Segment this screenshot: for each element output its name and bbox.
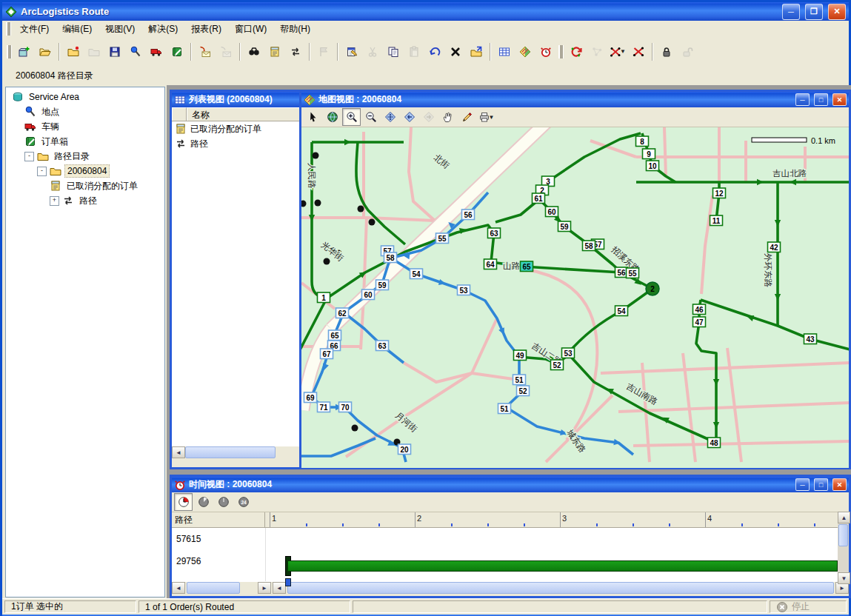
unassigned-stop-dot[interactable] [369, 219, 376, 226]
route-row-label[interactable]: 57615 [172, 528, 265, 550]
scroll-right-icon[interactable]: ► [258, 582, 271, 594]
stop-marker-51[interactable]: 51 [513, 375, 526, 385]
time-tool-scale-half[interactable] [194, 493, 213, 511]
route-row-label[interactable]: 29756 [172, 550, 265, 572]
scroll-down-icon[interactable]: ▼ [838, 572, 850, 584]
time-vertical-scrollbar[interactable]: ▲ ▼ [838, 512, 849, 584]
stop-marker-53[interactable]: 53 [562, 348, 575, 358]
toolbar-grip[interactable] [558, 45, 564, 58]
menu-item[interactable]: 报表(R) [184, 21, 228, 38]
tree-item-20060804[interactable]: -20060804 [6, 164, 164, 178]
time-column-header[interactable]: 路径 [172, 512, 265, 527]
lock-button[interactable] [656, 41, 677, 62]
dropdown-caret-icon[interactable]: ▼ [620, 48, 626, 55]
reroute-button[interactable]: ▼ [607, 41, 628, 62]
tree-item-路径目录[interactable]: -路径目录 [6, 149, 164, 164]
import-orders-button[interactable] [195, 41, 216, 62]
menu-item[interactable]: 编辑(E) [56, 21, 99, 38]
menu-item[interactable]: 文件(F) [13, 21, 56, 38]
scrollbar-thumb[interactable] [185, 446, 276, 458]
scroll-left-icon[interactable]: ◄ [273, 582, 286, 594]
stop-marker-48[interactable]: 48 [708, 438, 721, 448]
route-blue[interactable] [344, 312, 404, 363]
tree-item-路径[interactable]: +路径 [6, 193, 164, 208]
route-blue[interactable] [301, 438, 376, 456]
copy-button[interactable] [383, 41, 404, 62]
stop-marker-59[interactable]: 59 [558, 221, 571, 232]
stop-marker-20[interactable]: 20 [398, 444, 411, 455]
stop-marker-49[interactable]: 49 [514, 350, 527, 361]
list-view-button[interactable] [494, 41, 515, 62]
stop-marker-61[interactable]: 61 [533, 193, 545, 204]
map-tool-print[interactable]: ▼ [477, 108, 495, 126]
map-canvas[interactable]: 北街人民路光华街山路招溪东路吉山北路外环东路吉山二路月河街吉山南路城东路8910… [301, 127, 849, 468]
time-view-button[interactable] [535, 41, 556, 62]
scrollbar-thumb[interactable] [287, 582, 834, 594]
map-tool-full-extent[interactable] [323, 108, 341, 126]
routes-button[interactable] [285, 41, 306, 62]
stop-marker-64[interactable]: 64 [484, 259, 497, 270]
stop-marker-9[interactable]: 9 [643, 149, 655, 159]
dropdown-caret-icon[interactable]: ▼ [489, 114, 495, 121]
scroll-up-icon[interactable]: ▲ [838, 512, 850, 523]
stop-marker-1[interactable]: 1 [318, 292, 330, 303]
stop-marker-10[interactable]: 10 [647, 161, 659, 171]
tree-item-订单箱[interactable]: 订单箱 [6, 134, 164, 149]
stop-marker-63[interactable]: 63 [488, 228, 501, 238]
tree-item-Service Area[interactable]: Service Area [6, 90, 164, 104]
menu-item[interactable]: 视图(V) [99, 21, 141, 38]
open-project-button[interactable] [35, 41, 56, 62]
map-tool-zoom-selection[interactable] [381, 108, 399, 126]
unassigned-stop-dot[interactable] [352, 425, 358, 432]
stop-marker-43[interactable]: 43 [804, 334, 817, 344]
properties-button[interactable] [341, 41, 362, 62]
map-tool-zoom-out[interactable] [361, 108, 380, 126]
route-green[interactable] [701, 300, 849, 349]
scroll-left-icon[interactable]: ◄ [172, 582, 185, 594]
time-tool-scale-quarter[interactable] [174, 493, 193, 511]
stop-marker-52[interactable]: 52 [551, 360, 564, 370]
stop-marker-11[interactable]: 11 [710, 215, 723, 226]
menu-item[interactable]: 解决(S) [141, 21, 184, 38]
depot-marker[interactable]: 2 [646, 282, 659, 295]
stop-marker-59[interactable]: 59 [376, 280, 389, 290]
map-tool-draw[interactable] [458, 108, 476, 126]
stop-marker-42[interactable]: 42 [768, 242, 781, 252]
time-minimize-button[interactable]: ─ [795, 478, 810, 491]
save-button[interactable] [104, 41, 125, 62]
menu-item[interactable]: 帮助(H) [273, 21, 317, 38]
stop-marker-65[interactable]: 65 [329, 330, 341, 341]
list-horizontal-scrollbar[interactable]: ◄ [172, 446, 302, 458]
map-maximize-button[interactable]: □ [814, 93, 828, 106]
unassigned-orders-button[interactable] [264, 41, 285, 62]
unassigned-stop-dot[interactable] [315, 200, 321, 207]
solve-button[interactable] [566, 41, 587, 62]
scroll-left-icon[interactable]: ◄ [172, 446, 185, 458]
unassigned-stop-dot[interactable] [313, 153, 319, 159]
gantt-bar[interactable] [287, 560, 838, 572]
stop-marker-47[interactable]: 47 [693, 317, 706, 327]
vehicles-button[interactable] [146, 41, 167, 62]
unassigned-stop-dot[interactable] [324, 258, 330, 265]
stop-marker-51[interactable]: 51 [498, 404, 511, 414]
stop-marker-58[interactable]: 58 [384, 252, 397, 263]
locations-button[interactable] [125, 41, 146, 62]
new-folder-button[interactable] [63, 41, 84, 62]
map-close-button[interactable]: ✕ [832, 93, 847, 106]
time-maximize-button[interactable]: □ [814, 478, 828, 491]
route-green[interactable] [548, 133, 641, 181]
map-view-button[interactable] [515, 41, 535, 62]
map-tool-zoom-in[interactable] [342, 108, 361, 126]
stop-marker-60[interactable]: 60 [546, 207, 558, 217]
stop-marker-8[interactable]: 8 [636, 136, 649, 147]
stop-marker-58[interactable]: 58 [583, 241, 595, 251]
stop-marker-70[interactable]: 70 [339, 402, 352, 412]
tree-expander-icon[interactable]: - [37, 167, 47, 176]
restore-button[interactable]: ❐ [805, 4, 823, 20]
unassigned-stop-dot[interactable] [301, 201, 307, 207]
gantt-lane[interactable] [266, 528, 838, 581]
stop-marker-67[interactable]: 67 [321, 349, 333, 359]
stop-marker-55[interactable]: 55 [436, 233, 449, 244]
stop-marker-54[interactable]: 54 [410, 269, 423, 279]
move-to-folder-button[interactable] [466, 41, 487, 62]
